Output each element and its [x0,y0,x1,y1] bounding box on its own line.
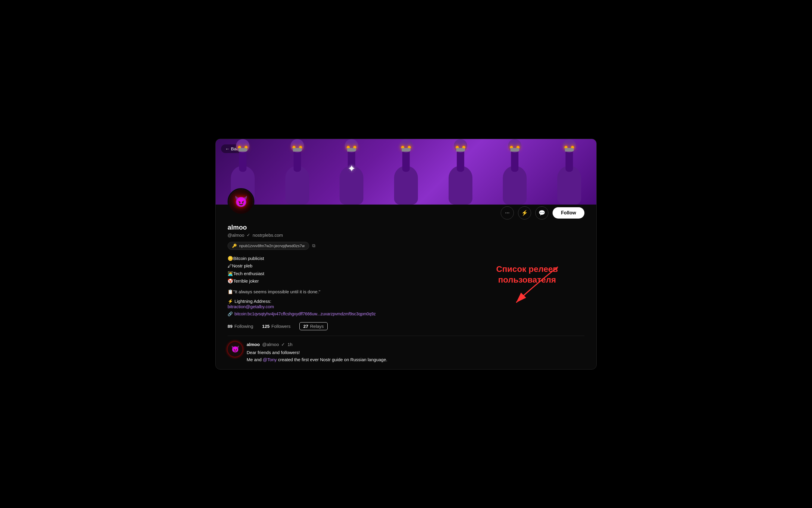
avatar-inner: 😈 [229,189,253,214]
post-section: 😈 almoo @almoo ✓ 1h Dear friends and fol… [216,336,596,369]
sparkle-icon: ✦ [348,163,356,174]
ostrich-3: ✦ [332,145,371,205]
verified-icon: ✓ [247,232,250,237]
ostrich-2 [278,145,317,205]
post-verified: ✓ [281,342,285,347]
banner-art: ✦ [216,139,596,205]
link-icon: 🔗 [228,311,233,316]
lightning-label: ⚡ Lightning Address: [228,299,271,304]
profile-banner: ← Back [216,139,596,205]
post-username[interactable]: almoo [247,342,260,347]
app-window: ← Back [215,139,597,370]
ostrich-7 [550,145,588,205]
profile-quote: 📋"It always seems impossible until it is… [228,289,584,295]
profile-avatar[interactable]: 😈 [228,188,254,215]
npub-row: 🔑 npub1zvvv8fm7w2n:jecrvpjfwsd0zs7w ⧉ [228,242,584,250]
more-icon: ··· [505,210,510,216]
annotation-text: Список релеев пользователя [496,264,558,286]
post-line2-suffix: created the first ever Nostr guide on Ru… [277,357,387,362]
header-actions: ··· ⚡ 💬 Follow [501,206,584,219]
following-stat[interactable]: 89 Following [228,324,253,329]
profile-username: almoo [228,224,584,231]
post-mention[interactable]: @Tony [263,357,277,362]
message-icon: 💬 [538,210,545,216]
zap-button[interactable]: ⚡ [518,206,531,219]
post-line2: Me and @Tony created the first ever Nost… [247,356,584,363]
copy-button[interactable]: ⧉ [312,243,316,248]
bitcoin-address-value: bitcoin:bc1qvsqtyhv4jv47cffcshgxydff7666… [235,311,376,316]
post-time: 1h [287,342,292,347]
post-text: Dear friends and followers! Me and @Tony… [247,349,584,363]
handle-row: @almoo ✓ nostrplebs.com [228,232,584,238]
bio-line-1: 🪙Bitcoin publicist [228,255,584,262]
bitcoin-address[interactable]: 🔗 bitcoin:bc1qvsqtyhv4jv47cffcshgxydff76… [228,311,584,316]
lightning-address[interactable]: bitraction@getalby.com [228,304,274,309]
message-button[interactable]: 💬 [535,206,549,219]
ostrich-6 [495,145,534,205]
avatar-emoji: 😈 [235,195,248,208]
relays-count: 27 [303,324,308,329]
lightning-section: ⚡ Lightning Address: bitraction@getalby.… [228,299,584,316]
following-count: 89 [228,324,233,329]
followers-count: 125 [262,324,270,329]
npub-value: npub1zvvv8fm7w2n:jecrvpjfwsd0zs7w [239,244,305,248]
stats-row: 89 Following 125 Followers 27 Relays [228,322,584,336]
post-line2-prefix: Me and [247,357,263,362]
post-meta: almoo @almoo ✓ 1h [247,342,584,347]
relays-label: Relays [310,324,324,329]
profile-handle: @almoo [228,232,244,238]
post-row: 😈 almoo @almoo ✓ 1h Dear friends and fol… [228,342,584,363]
post-line1: Dear friends and followers! [247,349,584,356]
relays-stat[interactable]: 27 Relays [299,322,328,330]
nostrplebs-link[interactable]: nostrplebs.com [253,232,283,238]
following-label: Following [235,324,253,329]
zap-icon: ⚡ [521,210,528,216]
key-icon: 🔑 [232,244,237,248]
follow-button[interactable]: Follow [553,207,584,219]
ostrich-5 [441,145,480,205]
post-handle: @almoo [262,342,279,347]
post-avatar[interactable]: 😈 [228,342,242,357]
followers-label: Followers [271,324,290,329]
ostrich-4 [387,145,425,205]
post-avatar-emoji: 😈 [231,345,239,353]
post-content: almoo @almoo ✓ 1h Dear friends and follo… [247,342,584,363]
more-options-button[interactable]: ··· [501,206,514,219]
followers-stat[interactable]: 125 Followers [262,324,290,329]
npub-pill: 🔑 npub1zvvv8fm7w2n:jecrvpjfwsd0zs7w [228,242,309,250]
